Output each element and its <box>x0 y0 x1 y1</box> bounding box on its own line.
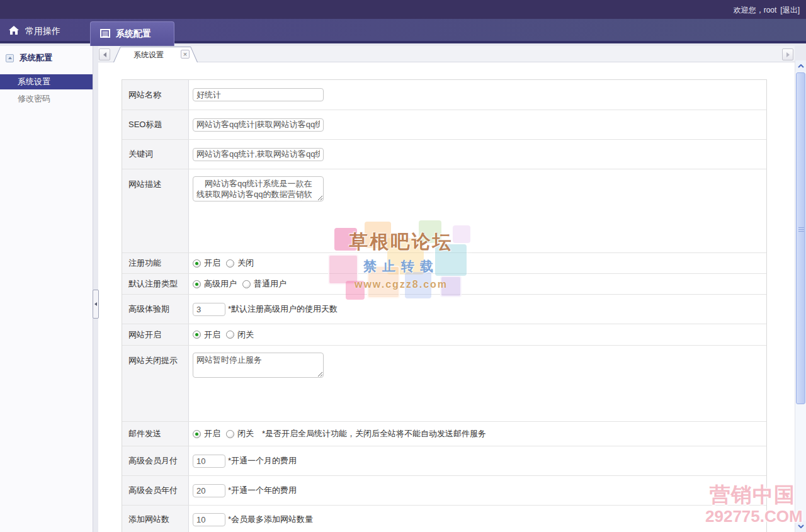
row-trial-days: 高级体验期 *默认注册高级用户的使用天数 <box>122 294 766 324</box>
welcome-text: 欢迎您，root <box>734 5 777 16</box>
settings-form: 网站名称 SEO标题 关键词 <box>98 63 795 532</box>
radio-register-off[interactable]: 关闭 <box>226 258 254 269</box>
field-label: 网站关闭提示 <box>122 346 189 421</box>
content-tab-bar: 系统设置 × <box>98 46 795 62</box>
nav-tab-system-config[interactable]: 系统配置 <box>90 21 174 46</box>
form-list-icon <box>100 29 110 40</box>
scrollbar-grip-icon <box>798 227 804 232</box>
radio-label: 开启 <box>204 329 220 341</box>
radio-label: 高级用户 <box>204 278 237 290</box>
scroll-up-button[interactable] <box>795 60 806 72</box>
scroll-down-button[interactable] <box>795 521 806 532</box>
row-site-close-message: 网站关闭提示 网站暂时停止服务 <box>122 345 766 421</box>
tab-close-icon[interactable]: × <box>181 50 190 59</box>
sidebar-collapse-handle[interactable] <box>93 290 99 319</box>
sidebar-header: 系统配置 <box>6 52 93 64</box>
field-label: 高级会员月付 <box>122 446 189 475</box>
radio-icon[interactable] <box>226 259 234 268</box>
radio-icon[interactable] <box>193 331 201 339</box>
radio-register-on[interactable]: 开启 <box>193 258 220 269</box>
keywords-input[interactable] <box>193 148 324 161</box>
tab-scroll-right-button[interactable] <box>782 48 793 60</box>
field-label: 默认注册类型 <box>122 274 189 294</box>
row-seo-title: SEO标题 <box>122 110 766 139</box>
panel-collapse-icon[interactable] <box>6 54 14 62</box>
tab-system-settings[interactable]: 系统设置 × <box>113 47 198 62</box>
field-label: 注册功能 <box>122 253 189 273</box>
scrollbar-thumb[interactable] <box>796 72 805 404</box>
radio-icon[interactable] <box>193 280 201 288</box>
app-window: 欢迎您，root [退出] 常用操作 系统配置 <box>0 0 806 532</box>
radio-mail-off[interactable]: 闭关 <box>226 428 254 439</box>
radio-label: 开启 <box>204 258 220 269</box>
field-label: 高级会员年付 <box>122 476 189 505</box>
field-label: SEO标题 <box>122 110 189 139</box>
field-label: 关键词 <box>122 140 189 169</box>
radio-label: 开启 <box>204 428 220 439</box>
sidebar-header-label: 系统配置 <box>20 52 52 64</box>
trial-days-input[interactable] <box>193 303 225 316</box>
yearly-fee-input[interactable] <box>193 484 225 497</box>
chevron-down-icon <box>798 524 804 528</box>
radio-icon[interactable] <box>193 259 201 268</box>
field-note: *会员最多添加网站数量 <box>228 514 313 525</box>
radio-label: 闭关 <box>237 428 254 439</box>
row-site-open: 网站开启 开启 闭关 <box>122 324 766 345</box>
row-default-register-type: 默认注册类型 高级用户 普通用户 <box>122 273 766 294</box>
row-mail-send: 邮件发送 开启 闭关 *是否开启全局统计功能，关闭后全站将不能自动发送邮件服务 <box>122 421 766 446</box>
right-arrow-icon <box>786 52 790 57</box>
field-note: *是否开启全局统计功能，关闭后全站将不能自动发送邮件服务 <box>262 428 486 439</box>
nav-home-label: 常用操作 <box>25 26 60 37</box>
logout-link[interactable]: [退出] <box>780 5 800 16</box>
radio-premium-user[interactable]: 高级用户 <box>193 278 237 290</box>
field-label: 网站描述 <box>122 169 189 252</box>
row-site-name: 网站名称 <box>122 80 766 110</box>
nav-tab-label: 系统配置 <box>116 28 151 40</box>
seo-title-input[interactable] <box>193 118 324 132</box>
site-description-textarea[interactable]: 网站访客qq统计系统是一款在线获取网站访客qq的数据营销软件,让访客真正的成为客… <box>193 176 324 201</box>
sidebar: 系统配置 系统设置 修改密码 <box>0 46 93 532</box>
chevron-up-icon <box>798 64 804 68</box>
field-note: *默认注册高级用户的使用天数 <box>228 303 338 315</box>
radio-label: 关闭 <box>237 258 254 269</box>
home-icon <box>9 26 19 37</box>
row-max-sites: 添加网站数 *会员最多添加网站数量 <box>122 505 766 532</box>
monthly-fee-input[interactable] <box>193 455 225 468</box>
radio-icon[interactable] <box>193 430 201 438</box>
row-keywords: 关键词 <box>122 139 766 169</box>
radio-icon[interactable] <box>226 331 234 339</box>
top-bar: 欢迎您，root [退出] <box>0 0 806 19</box>
settings-table: 网站名称 SEO标题 关键词 <box>122 79 767 532</box>
site-name-input[interactable] <box>193 88 324 101</box>
field-note: *开通一个月的费用 <box>228 455 297 467</box>
field-label: 网站名称 <box>122 80 189 110</box>
radio-site-on[interactable]: 开启 <box>193 329 220 341</box>
main-nav-bar: 常用操作 系统配置 <box>0 19 806 43</box>
radio-label: 闭关 <box>237 329 254 341</box>
sidebar-item-change-password[interactable]: 修改密码 <box>0 91 93 106</box>
radio-icon[interactable] <box>242 280 251 288</box>
radio-normal-user[interactable]: 普通用户 <box>242 278 287 290</box>
radio-icon[interactable] <box>226 430 234 438</box>
radio-site-off[interactable]: 闭关 <box>226 329 254 341</box>
left-arrow-icon <box>103 52 106 57</box>
field-label: 网站开启 <box>122 324 189 345</box>
radio-label: 普通用户 <box>254 278 287 290</box>
site-close-message-textarea[interactable]: 网站暂时停止服务 <box>193 353 324 378</box>
field-note: *开通一个年的费用 <box>228 485 297 496</box>
row-yearly-fee: 高级会员年付 *开通一个年的费用 <box>122 475 766 505</box>
row-site-description: 网站描述 网站访客qq统计系统是一款在线获取网站访客qq的数据营销软件,让访客真… <box>122 169 766 252</box>
tab-scroll-left-button[interactable] <box>99 48 110 60</box>
radio-mail-on[interactable]: 开启 <box>193 428 220 439</box>
field-label: 高级体验期 <box>122 295 189 324</box>
field-label: 邮件发送 <box>122 422 189 446</box>
row-register-function: 注册功能 开启 关闭 <box>122 252 766 273</box>
field-label: 添加网站数 <box>122 506 189 532</box>
sidebar-item-system-settings[interactable]: 系统设置 <box>0 74 93 89</box>
row-monthly-fee: 高级会员月付 *开通一个月的费用 <box>122 446 766 475</box>
tab-label: 系统设置 <box>133 50 164 60</box>
main-panel: 系统设置 × 网站名称 SEO标题 <box>98 46 795 532</box>
vertical-scrollbar[interactable] <box>795 60 806 532</box>
nav-home-button[interactable]: 常用操作 <box>9 19 60 43</box>
max-sites-input[interactable] <box>193 513 225 526</box>
